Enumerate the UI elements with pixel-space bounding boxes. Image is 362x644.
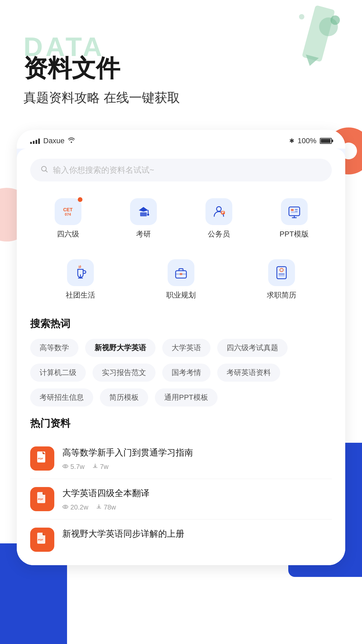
material-title-2: 新视野大学英语同步详解的上册 (62, 528, 332, 540)
carrier-name: Daxue (43, 137, 65, 145)
signal-bar-2 (33, 141, 35, 144)
svg-rect-18 (295, 211, 298, 212)
briefcase-icon (174, 265, 188, 280)
category-resume[interactable]: 求职简历 (231, 256, 332, 307)
cat-label-ppt: PPT模版 (280, 229, 309, 239)
hot-materials-title: 热门资料 (30, 417, 332, 430)
category-cet[interactable]: CET 074 四六级 (30, 195, 106, 246)
hot-tag-3[interactable]: 四六级考试真题 (217, 339, 288, 357)
svg-rect-15 (289, 207, 300, 216)
svg-text:PDF: PDF (38, 457, 43, 460)
svg-point-28 (280, 268, 283, 272)
material-stats-0: 5.7w 7w (62, 463, 332, 471)
svg-rect-14 (222, 213, 223, 213)
search-placeholder: 输入你想搜索的资料名试试~ (53, 165, 154, 175)
grad-cap-icon (136, 204, 151, 219)
svg-point-33 (65, 465, 66, 467)
material-info-2: 新视野大学英语同步详解的上册 (62, 528, 332, 544)
hot-tag-1[interactable]: 新视野大学英语 (85, 339, 156, 357)
phone-mockup: Daxue ✱ 100% (17, 130, 345, 565)
search-icon (40, 165, 48, 175)
svg-rect-19 (291, 212, 298, 213)
svg-line-6 (46, 171, 48, 172)
resume-icon (274, 265, 289, 280)
svg-point-35 (65, 506, 66, 507)
category-row-2: 社团生活 职业规划 (30, 256, 332, 307)
material-icon-0: PDF (30, 446, 54, 471)
hot-search-section: 搜索热词 高等数学 新视野大学英语 大学英语 四六级考试真题 计算机二级 实习报… (30, 317, 332, 407)
hot-search-title: 搜索热词 (30, 317, 332, 331)
hot-tag-9[interactable]: 简历模板 (100, 388, 148, 407)
signal-bar-3 (36, 140, 37, 144)
svg-rect-26 (180, 273, 182, 275)
svg-text:PDF: PDF (38, 498, 43, 501)
category-civil[interactable]: 公务员 (181, 195, 256, 246)
stat-downloads-0: 7w (93, 463, 109, 471)
signal-bar-4 (38, 139, 40, 144)
cat-label-career: 职业规划 (166, 290, 196, 300)
app-content: 输入你想搜索的资料名试试~ CET 074 四六级 (17, 149, 345, 565)
stat-downloads-1: 78w (96, 503, 116, 511)
material-item-0[interactable]: PDF 高等数学新手入门到贯通学习指南 (30, 438, 332, 479)
hot-tag-4[interactable]: 计算机二级 (30, 364, 86, 382)
hot-tag-0[interactable]: 高等数学 (30, 339, 78, 357)
material-title-0: 高等数学新手入门到贯通学习指南 (62, 446, 332, 459)
cat-label-civil: 公务员 (208, 229, 230, 239)
eye-icon-0 (62, 463, 68, 470)
hot-materials-section: 热门资料 PDF 高等数学新手入门到贯通学习指南 (30, 417, 332, 555)
battery-percent: 100% (298, 137, 316, 145)
person-icon (212, 204, 226, 219)
page-subtitle: 真题资料攻略 在线一键获取 (23, 89, 339, 106)
svg-text:PDF: PDF (38, 538, 43, 541)
svg-rect-7 (140, 212, 147, 216)
svg-marker-8 (139, 207, 148, 212)
material-info-1: 大学英语四级全本翻译 20.2w (62, 487, 332, 511)
cat-label-resume: 求职简历 (267, 290, 296, 300)
download-icon-1 (96, 504, 102, 511)
material-stats-1: 20.2w 78w (62, 503, 332, 511)
ppt-icon (287, 204, 302, 219)
hot-tag-8[interactable]: 考研招生信息 (30, 388, 93, 407)
material-icon-2: PDF (30, 528, 54, 552)
stat-views-0: 5.7w (62, 463, 84, 471)
download-icon-0 (93, 463, 98, 470)
category-career[interactable]: 职业规划 (131, 256, 231, 307)
eye-icon-1 (62, 504, 68, 511)
signal-bars (30, 138, 40, 144)
material-item-1[interactable]: PDF 大学英语四级全本翻译 (30, 479, 332, 520)
material-title-1: 大学英语四级全本翻译 (62, 487, 332, 499)
battery-icon (320, 138, 332, 144)
page-title: 资料文件 (23, 54, 339, 83)
hot-search-grid: 高等数学 新视野大学英语 大学英语 四六级考试真题 计算机二级 实习报告范文 国… (30, 339, 332, 407)
category-kaoyan[interactable]: 考研 (106, 195, 181, 246)
stat-views-1: 20.2w (62, 503, 88, 511)
hot-tag-6[interactable]: 国考考情 (162, 364, 210, 382)
cat-label-club: 社团生活 (66, 290, 95, 300)
category-row-1: CET 074 四六级 考研 (30, 195, 332, 246)
hot-tag-10[interactable]: 通用PPT模板 (155, 388, 218, 407)
hot-tag-5[interactable]: 实习报告范文 (93, 364, 156, 382)
svg-rect-16 (291, 209, 294, 211)
cat-label-kaoyan: 考研 (136, 229, 151, 239)
category-ppt[interactable]: PPT模版 (256, 195, 332, 246)
material-item-2[interactable]: PDF 新视野大学英语同步详解的上册 (30, 520, 332, 555)
signal-bar-1 (30, 142, 32, 144)
material-info-0: 高等数学新手入门到贯通学习指南 5.7w (62, 446, 332, 470)
svg-rect-13 (222, 212, 224, 212)
status-right: ✱ 100% (289, 137, 332, 145)
status-bar: Daxue ✱ 100% (17, 130, 345, 149)
material-icon-1: PDF (30, 487, 54, 511)
cup-icon (73, 265, 88, 280)
svg-point-10 (147, 214, 149, 216)
cat-label-cet: 四六级 (57, 229, 79, 239)
header-section: DATA 资料文件 真题资料攻略 在线一键获取 (0, 0, 362, 120)
category-club[interactable]: 社团生活 (30, 256, 131, 307)
hot-tag-7[interactable]: 考研英语资料 (217, 364, 280, 382)
svg-rect-17 (295, 209, 298, 210)
status-left: Daxue (30, 137, 75, 145)
wifi-icon (68, 138, 75, 145)
search-bar[interactable]: 输入你想搜索的资料名试试~ (30, 159, 332, 181)
hot-tag-2[interactable]: 大学英语 (162, 339, 210, 357)
svg-point-11 (217, 207, 221, 211)
bluetooth-icon: ✱ (289, 137, 294, 145)
